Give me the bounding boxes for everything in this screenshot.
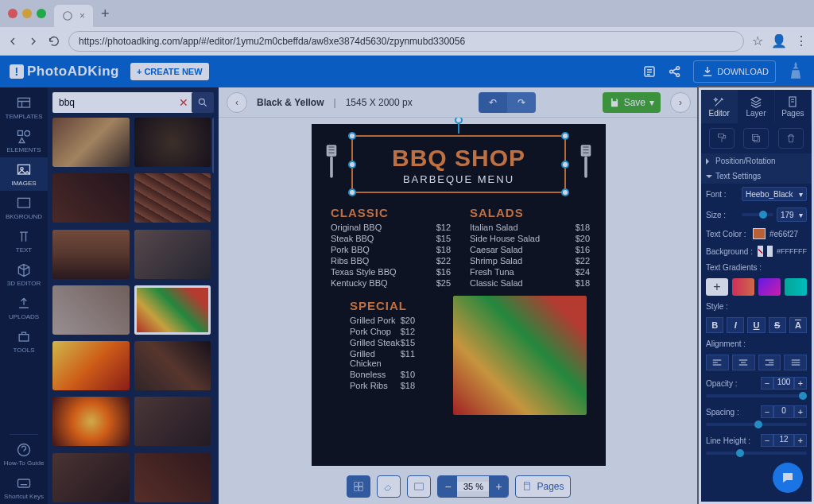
section-heading[interactable]: SALADS (470, 206, 590, 219)
rail-text[interactable]: TEXT (0, 224, 48, 258)
align-left-button[interactable] (706, 355, 729, 370)
undo-button[interactable]: ↶ (479, 92, 507, 113)
menu-item[interactable]: Side House Salad$20 (470, 234, 590, 243)
image-thumb[interactable] (52, 453, 130, 502)
next-page-button[interactable]: › (670, 92, 691, 113)
resize-handle[interactable] (561, 188, 569, 196)
menu-item[interactable]: Grilled Pork$20 (350, 316, 415, 325)
prev-page-button[interactable]: ‹ (227, 92, 247, 113)
align-justify-button[interactable] (784, 355, 807, 370)
redo-button[interactable]: ↷ (507, 92, 536, 113)
size-value-box[interactable]: 179▾ (777, 207, 807, 222)
selected-text-element[interactable]: BBQ SHOP BARBEQUE MENU (351, 135, 566, 193)
download-button[interactable]: DOWNLOAD (693, 60, 776, 83)
opacity-plus[interactable]: + (794, 377, 807, 390)
resize-handle[interactable] (348, 161, 356, 169)
strike-button[interactable]: S (769, 317, 786, 333)
menu-item[interactable]: Italian Salad$18 (470, 223, 590, 232)
scrollbar-thumb[interactable] (212, 118, 214, 173)
save-button[interactable]: Save ▾ (603, 92, 661, 113)
image-thumb[interactable] (52, 285, 130, 335)
menu-item[interactable]: Texas Style BBQ$16 (331, 267, 451, 277)
app-logo[interactable]: ! PhotoADKing (10, 64, 119, 79)
image-thumb[interactable] (52, 173, 130, 223)
address-bar[interactable]: https://photoadking.com/app/#/editor/1ym… (68, 31, 744, 52)
zoom-in-button[interactable]: + (489, 475, 508, 498)
resize-handle[interactable] (561, 161, 569, 169)
lineheight-value[interactable]: 12 (773, 434, 794, 447)
rail-shortcuts[interactable]: Shortcut Keys (0, 471, 48, 504)
share-icon[interactable] (668, 64, 682, 79)
format-painter-button[interactable] (709, 128, 735, 149)
spacing-minus[interactable]: − (761, 405, 773, 418)
window-minimize[interactable] (22, 9, 32, 18)
design-canvas[interactable]: BBQ SHOP BARBEQUE MENU CLASSIC Original … (312, 124, 606, 466)
menu-subtitle[interactable]: BARBEQUE MENU (358, 173, 560, 185)
tab-editor[interactable]: Editor (701, 90, 738, 123)
rail-uploads[interactable]: UPLOADS (0, 291, 48, 324)
gradient-preset[interactable] (785, 278, 807, 296)
delete-button[interactable] (778, 128, 804, 149)
lineheight-minus[interactable]: − (761, 434, 773, 447)
chat-fab[interactable] (773, 463, 803, 493)
forward-icon[interactable] (27, 35, 40, 48)
back-icon[interactable] (6, 35, 19, 48)
image-thumb[interactable] (52, 230, 130, 279)
account-avatar-icon[interactable] (787, 60, 804, 83)
rail-how-to[interactable]: How-To Guide (0, 437, 48, 471)
menu-item[interactable]: Fresh Tuna$24 (470, 267, 590, 277)
resize-handle[interactable] (348, 132, 356, 140)
align-right-button[interactable] (758, 355, 781, 370)
menu-item[interactable]: Ribs BBQ$22 (331, 256, 451, 266)
tab-pages[interactable]: Pages (775, 90, 812, 123)
new-tab-button[interactable]: + (101, 6, 110, 22)
bg-none-swatch[interactable] (758, 246, 763, 257)
rail-images[interactable]: IMAGES (0, 157, 48, 191)
section-text-settings[interactable]: Text Settings (701, 169, 812, 184)
image-thumb[interactable] (134, 341, 211, 390)
image-search-input[interactable] (52, 92, 195, 113)
menu-item[interactable]: Pork Chop$12 (350, 327, 415, 336)
pages-button[interactable]: Pages (515, 475, 570, 498)
image-thumb[interactable] (134, 230, 211, 279)
image-thumb[interactable] (134, 397, 211, 446)
lineheight-slider[interactable] (706, 452, 807, 455)
rail-tools[interactable]: TOOLS (0, 324, 48, 358)
menu-item[interactable]: Shrimp Salad$22 (470, 256, 590, 266)
opacity-value[interactable]: 100 (773, 377, 794, 390)
zoom-out-button[interactable]: − (438, 475, 457, 498)
spacing-slider[interactable] (706, 423, 807, 426)
menu-item[interactable]: Caesar Salad$16 (470, 245, 590, 254)
menu-title[interactable]: BBQ SHOP (358, 145, 560, 172)
rail-background[interactable]: BKGROUND (0, 191, 48, 224)
section-position-rotation[interactable]: Position/Rotation (701, 153, 812, 169)
opacity-minus[interactable]: − (761, 377, 773, 390)
eraser-button[interactable] (377, 475, 401, 498)
menu-image[interactable] (453, 296, 587, 415)
align-center-button[interactable] (732, 355, 755, 370)
menu-item[interactable]: Grilled Steak$15 (350, 338, 415, 347)
search-button[interactable] (192, 92, 214, 113)
image-thumb[interactable] (52, 118, 130, 167)
reload-icon[interactable] (48, 35, 60, 48)
resize-handle[interactable] (561, 132, 569, 140)
image-thumb[interactable] (134, 453, 211, 502)
gradient-preset[interactable] (732, 278, 754, 296)
rotate-handle[interactable] (455, 118, 463, 124)
caps-button[interactable]: A (789, 317, 807, 333)
duplicate-button[interactable] (743, 128, 769, 149)
image-thumb[interactable] (134, 118, 211, 167)
opacity-slider[interactable] (706, 394, 807, 397)
fullscreen-button[interactable] (407, 475, 431, 498)
menu-item[interactable]: Kentucky BBQ$25 (331, 278, 451, 288)
grid-toggle-button[interactable] (347, 475, 370, 498)
resize-handle[interactable] (348, 188, 356, 196)
image-thumb[interactable] (134, 173, 211, 223)
tab-close-icon[interactable]: × (79, 10, 85, 21)
menu-item[interactable]: Classic Salad$18 (470, 278, 590, 288)
rail-3d-editor[interactable]: 3D EDITOR (0, 258, 48, 291)
menu-item[interactable]: Pork BBQ$18 (331, 245, 451, 254)
window-close[interactable] (8, 9, 17, 18)
canvas-viewport[interactable]: BBQ SHOP BARBEQUE MENU CLASSIC Original … (219, 118, 699, 469)
menu-item[interactable]: Grilled Chicken$11 (350, 349, 415, 368)
